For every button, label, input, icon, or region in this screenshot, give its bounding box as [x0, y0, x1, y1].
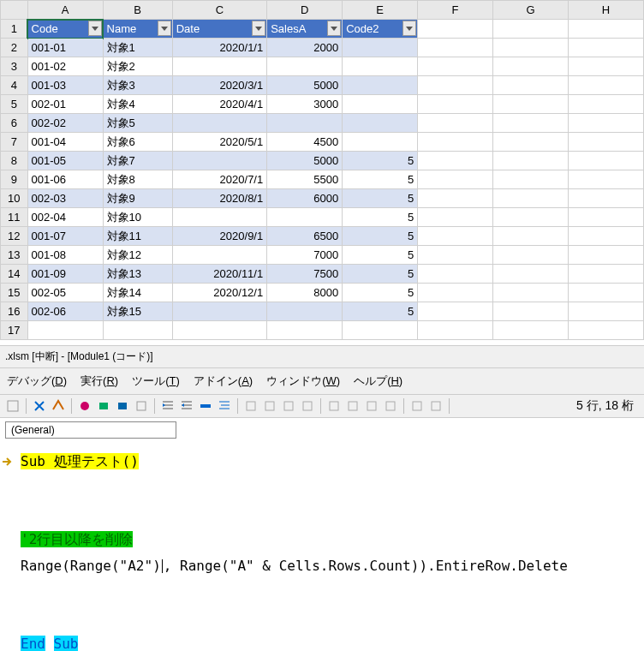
- col-header-F[interactable]: F: [418, 1, 493, 20]
- cell-sales[interactable]: 3000: [267, 95, 343, 114]
- indent-button[interactable]: [160, 398, 176, 414]
- cell-sales[interactable]: 5500: [267, 170, 343, 189]
- cell-sales[interactable]: 6500: [267, 227, 343, 246]
- cell[interactable]: [493, 170, 569, 189]
- cell-sales[interactable]: 6000: [267, 189, 343, 208]
- cell-code[interactable]: 001-07: [27, 227, 103, 246]
- cell-name[interactable]: 対象8: [103, 170, 172, 189]
- cell-name[interactable]: 対象11: [103, 227, 172, 246]
- toolbar-btn[interactable]: [77, 398, 92, 414]
- cell[interactable]: [418, 227, 493, 246]
- cell[interactable]: [569, 265, 644, 284]
- row-header[interactable]: 7: [1, 133, 28, 152]
- cell[interactable]: [493, 265, 569, 284]
- cell-name[interactable]: 対象3: [103, 76, 172, 95]
- cell-code[interactable]: 001-08: [27, 246, 103, 265]
- cell-sales[interactable]: 4500: [267, 133, 343, 152]
- cell[interactable]: [172, 321, 267, 340]
- cell[interactable]: [418, 302, 493, 321]
- row-header[interactable]: 13: [1, 246, 28, 265]
- toolbar-btn[interactable]: [326, 398, 342, 414]
- row-header[interactable]: 1: [1, 20, 28, 39]
- toolbar-btn[interactable]: [383, 398, 398, 414]
- cell[interactable]: [493, 321, 569, 340]
- menu-addin[interactable]: アドイン(A): [194, 373, 253, 389]
- cell[interactable]: [569, 227, 644, 246]
- toolbar-btn[interactable]: [364, 398, 379, 414]
- cell-name[interactable]: 対象5: [103, 114, 172, 133]
- cell-code2[interactable]: 5: [343, 284, 418, 302]
- select-all-corner[interactable]: [1, 1, 28, 20]
- toolbar-btn[interactable]: [243, 398, 259, 414]
- cell[interactable]: [493, 152, 569, 170]
- toolbar-btn[interactable]: [32, 398, 47, 414]
- cell-date[interactable]: 2020/8/1: [172, 189, 267, 208]
- toolbar-btn[interactable]: [428, 398, 444, 414]
- table-header-code2[interactable]: Code2: [343, 20, 418, 39]
- menu-window[interactable]: ウィンドウ(W): [266, 373, 340, 389]
- cell[interactable]: [418, 39, 493, 57]
- cell-name[interactable]: 対象9: [103, 189, 172, 208]
- cell[interactable]: [418, 208, 493, 227]
- col-header-D[interactable]: D: [267, 1, 343, 20]
- cell-code2[interactable]: 5: [343, 208, 418, 227]
- cell-sales[interactable]: 7000: [267, 246, 343, 265]
- cell-code[interactable]: 002-03: [27, 189, 103, 208]
- cell-code[interactable]: 002-02: [27, 114, 103, 133]
- cell[interactable]: [493, 57, 569, 76]
- cell-code2[interactable]: [343, 76, 418, 95]
- cell-sales[interactable]: [267, 57, 343, 76]
- cell-date[interactable]: 2020/5/1: [172, 133, 267, 152]
- cell-date[interactable]: 2020/3/1: [172, 76, 267, 95]
- cell[interactable]: [418, 152, 493, 170]
- table-header-code[interactable]: Code: [27, 20, 103, 39]
- cell-code[interactable]: 002-06: [27, 302, 103, 321]
- cell-name[interactable]: 対象13: [103, 265, 172, 284]
- cell-date[interactable]: [172, 208, 267, 227]
- row-header[interactable]: 5: [1, 95, 28, 114]
- cell-name[interactable]: 対象2: [103, 57, 172, 76]
- cell-name[interactable]: 対象14: [103, 284, 172, 302]
- cell-code2[interactable]: [343, 114, 418, 133]
- cell-date[interactable]: 2020/7/1: [172, 170, 267, 189]
- row-header[interactable]: 6: [1, 114, 28, 133]
- cell-code2[interactable]: 5: [343, 170, 418, 189]
- cell-code2[interactable]: [343, 133, 418, 152]
- row-header[interactable]: 2: [1, 39, 28, 57]
- cell-code2[interactable]: [343, 95, 418, 114]
- filter-button[interactable]: [252, 21, 265, 36]
- cell[interactable]: [418, 76, 493, 95]
- cell[interactable]: [418, 265, 493, 284]
- cell[interactable]: [569, 246, 644, 265]
- cell[interactable]: [569, 95, 644, 114]
- row-header[interactable]: 12: [1, 227, 28, 246]
- table-header-date[interactable]: Date: [172, 20, 267, 39]
- cell[interactable]: [493, 208, 569, 227]
- cell[interactable]: [493, 114, 569, 133]
- col-header-G[interactable]: G: [493, 1, 569, 20]
- cell-code[interactable]: 002-05: [27, 284, 103, 302]
- cell[interactable]: [569, 76, 644, 95]
- cell-name[interactable]: 対象4: [103, 95, 172, 114]
- cell[interactable]: [569, 57, 644, 76]
- cell-code[interactable]: 001-03: [27, 76, 103, 95]
- cell[interactable]: [569, 170, 644, 189]
- cell[interactable]: [343, 321, 418, 340]
- cell-name[interactable]: 対象10: [103, 208, 172, 227]
- cell[interactable]: [418, 189, 493, 208]
- cell-code2[interactable]: 5: [343, 152, 418, 170]
- menu-help[interactable]: ヘルプ(H): [354, 373, 402, 389]
- cell-code[interactable]: 001-02: [27, 57, 103, 76]
- row-header[interactable]: 11: [1, 208, 28, 227]
- cell-sales[interactable]: 5000: [267, 76, 343, 95]
- cell-sales[interactable]: [267, 208, 343, 227]
- col-header-C[interactable]: C: [172, 1, 267, 20]
- row-header[interactable]: 8: [1, 152, 28, 170]
- cell-date[interactable]: [172, 302, 267, 321]
- cell[interactable]: [418, 114, 493, 133]
- cell-date[interactable]: 2020/12/1: [172, 284, 267, 302]
- row-header[interactable]: 10: [1, 189, 28, 208]
- cell-code[interactable]: 001-09: [27, 265, 103, 284]
- row-header[interactable]: 4: [1, 76, 28, 95]
- cell-date[interactable]: [172, 114, 267, 133]
